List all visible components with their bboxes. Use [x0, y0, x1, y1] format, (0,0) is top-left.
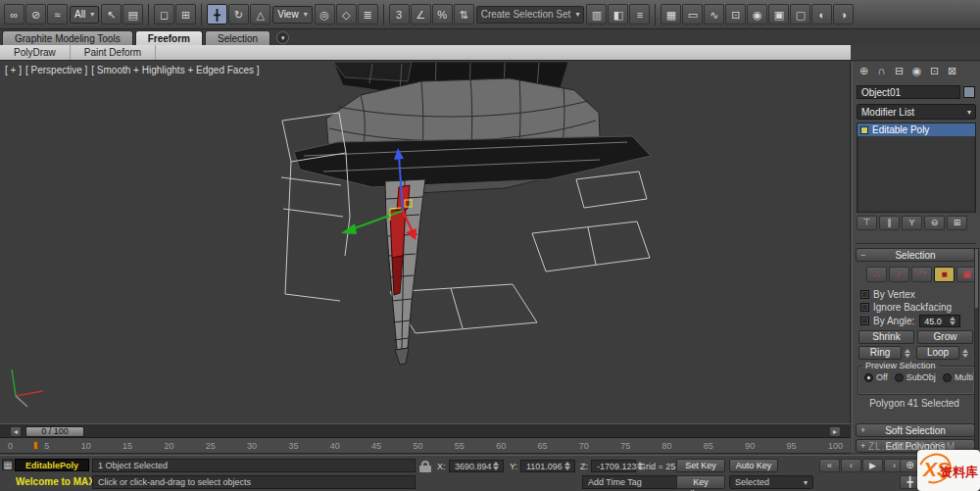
vertex-mode-icon[interactable]: ∴ — [866, 267, 887, 282]
ignore-backfacing-checkbox[interactable]: Ignore Backfacing — [860, 301, 952, 313]
by-vertex-checkbox[interactable]: By Vertex — [860, 288, 915, 300]
shrink-button[interactable]: Shrink — [858, 330, 914, 344]
ribbon-panel-polydraw[interactable]: PolyDraw — [0, 45, 71, 60]
edit-named-selections-icon[interactable]: ▥ — [586, 4, 607, 25]
by-angle-field[interactable]: 45.0 — [919, 315, 960, 327]
rollout-selection-header[interactable]: − Selection — [856, 248, 975, 262]
tab-freeform[interactable]: Freeform — [135, 30, 203, 45]
quick-render-icon[interactable]: ◑ — [833, 4, 854, 25]
z-coord-field[interactable]: -1709.123 — [591, 460, 636, 472]
spinner-arrows[interactable] — [493, 462, 502, 470]
preview-subobj-radio[interactable]: SubObj — [895, 372, 936, 382]
viewport-general-menu[interactable]: [ + ] — [5, 65, 22, 75]
select-and-scale-icon[interactable]: △ — [250, 4, 270, 25]
object-name-field[interactable]: Object01 — [857, 85, 960, 99]
key-mode-dropdown[interactable]: Selected — [729, 475, 813, 489]
percent-snap-icon[interactable]: % — [432, 4, 453, 25]
rectangular-selection-region-icon[interactable]: ◻ — [154, 4, 174, 25]
unlink-selection-icon[interactable]: ⊘ — [25, 4, 46, 25]
viewport-pov-menu[interactable]: [ Perspective ] — [25, 65, 87, 75]
loop-button[interactable]: Loop — [916, 346, 959, 360]
select-and-link-icon[interactable]: ∞ — [4, 4, 24, 25]
keyboard-override-icon[interactable]: ≣ — [358, 4, 378, 25]
auto-key-button[interactable]: Auto Key — [729, 459, 778, 472]
curve-editor-icon[interactable]: ∿ — [704, 4, 724, 25]
spinner-arrows[interactable] — [950, 317, 958, 325]
spinner-arrows[interactable] — [564, 462, 573, 470]
render-setup-icon[interactable]: ▣ — [768, 4, 789, 25]
align-icon[interactable]: ≡ — [629, 4, 650, 25]
modify-tab-icon[interactable]: ∩ — [873, 63, 890, 79]
remove-modifier-icon[interactable]: ⊖ — [924, 216, 945, 230]
scrollbar-thumb[interactable] — [975, 249, 978, 308]
ring-spinner[interactable] — [905, 349, 913, 358]
track-bar[interactable]: 0510152025303540455055606570758085909510… — [0, 438, 851, 454]
play-button[interactable]: ▶ — [862, 459, 883, 472]
rollout-soft-selection-header[interactable]: + Soft Selection — [856, 423, 975, 437]
preview-off-radio[interactable]: Off — [864, 372, 888, 382]
utilities-tab-icon[interactable]: ⊠ — [944, 63, 960, 79]
maxscript-listener-field[interactable]: EditablePoly — [15, 459, 89, 471]
display-tab-icon[interactable]: ⊡ — [926, 63, 943, 79]
angle-snap-icon[interactable]: ∠ — [411, 4, 431, 25]
next-frame-arrow[interactable]: ▸ — [829, 426, 841, 437]
add-time-tag[interactable]: Add Time Tag — [582, 475, 678, 489]
selection-lock-toggle[interactable] — [419, 461, 431, 473]
perspective-viewport[interactable]: [ + ] [ Perspective ] [ Smooth + Highlig… — [0, 62, 851, 423]
x-coord-field[interactable]: 3690.894 — [449, 460, 504, 472]
loop-spinner[interactable] — [962, 349, 971, 358]
hierarchy-tab-icon[interactable]: ⊟ — [891, 63, 907, 79]
named-selection-sets-combo[interactable]: Create Selection Set — [476, 6, 585, 24]
motion-tab-icon[interactable]: ◉ — [908, 63, 925, 79]
edge-mode-icon[interactable]: ∕ — [889, 267, 909, 282]
create-tab-icon[interactable]: ⊕ — [856, 63, 872, 79]
select-by-name-icon[interactable]: ▤ — [122, 4, 143, 25]
snap-toggle-3d-icon[interactable]: 3 — [389, 4, 410, 25]
set-key-button[interactable]: Set Key — [676, 459, 725, 472]
layer-manager-icon[interactable]: ▦ — [661, 4, 681, 25]
window-crossing-icon[interactable]: ⊞ — [175, 4, 196, 25]
reference-coordinate-dropdown[interactable]: View — [272, 6, 313, 24]
select-and-move-icon[interactable]: ╋ — [207, 4, 227, 25]
ribbon-minimize-icon[interactable]: ▾ — [276, 31, 289, 44]
ribbon-panel-paint-deform[interactable]: Paint Deform — [71, 45, 156, 60]
grow-button[interactable]: Grow — [917, 330, 973, 344]
by-angle-checkbox[interactable]: By Angle: — [860, 316, 914, 327]
tab-selection[interactable]: Selection — [205, 30, 270, 45]
bind-to-space-warp-icon[interactable]: ≈ — [47, 4, 68, 25]
time-slider-handle[interactable]: 0 / 100 — [25, 426, 84, 437]
ring-button[interactable]: Ring — [858, 346, 902, 360]
tab-graphite-modeling-tools[interactable]: Graphite Modeling Tools — [2, 30, 133, 45]
panel-scrollbar[interactable] — [974, 248, 979, 450]
material-editor-icon[interactable]: ◉ — [747, 4, 767, 25]
mirror-icon[interactable]: ◧ — [608, 4, 628, 25]
show-end-result-icon[interactable]: ∥ — [879, 216, 900, 230]
pin-stack-icon[interactable]: ⊤ — [857, 216, 877, 230]
viewport-canvas[interactable] — [0, 62, 851, 423]
maxscript-mini-listener-icon[interactable]: ▦ — [2, 459, 14, 470]
y-coord-field[interactable]: 1101.096 — [520, 460, 575, 472]
graphite-ribbon-toggle-icon[interactable]: ▭ — [682, 4, 703, 25]
stack-entry-editable-poly[interactable]: Editable Poly — [858, 123, 975, 136]
select-object-icon[interactable]: ↖ — [101, 4, 122, 25]
select-and-manipulate-icon[interactable]: ◇ — [336, 4, 357, 25]
modifier-stack-list[interactable]: Editable Poly — [857, 123, 976, 213]
make-unique-icon[interactable]: Y — [902, 216, 922, 230]
go-to-start-button[interactable]: « — [819, 459, 840, 472]
rendered-frame-icon[interactable]: ▢ — [790, 4, 810, 25]
key-filters-button[interactable]: Key Filters... — [676, 475, 725, 489]
spinner-snap-icon[interactable]: ⇅ — [454, 4, 474, 25]
previous-frame-button[interactable]: ‹ — [841, 459, 861, 472]
preview-multi-radio[interactable]: Multi — [943, 372, 973, 382]
viewport-shading-menu[interactable]: [ Smooth + Highlights + Edged Faces ] — [91, 65, 259, 75]
object-color-swatch[interactable] — [963, 86, 975, 98]
track-bar-marker[interactable] — [33, 441, 38, 450]
configure-modifier-sets-icon[interactable]: ⊞ — [947, 216, 967, 230]
selection-filter-dropdown[interactable]: All — [70, 6, 99, 24]
previous-frame-arrow[interactable]: ◂ — [10, 426, 22, 437]
polygon-mode-icon[interactable]: ■ — [934, 267, 955, 282]
select-and-rotate-icon[interactable]: ↻ — [228, 4, 249, 25]
render-production-icon[interactable]: ◐ — [811, 4, 832, 25]
border-mode-icon[interactable]: ◠ — [911, 267, 932, 282]
schematic-view-icon[interactable]: ⊡ — [725, 4, 746, 25]
